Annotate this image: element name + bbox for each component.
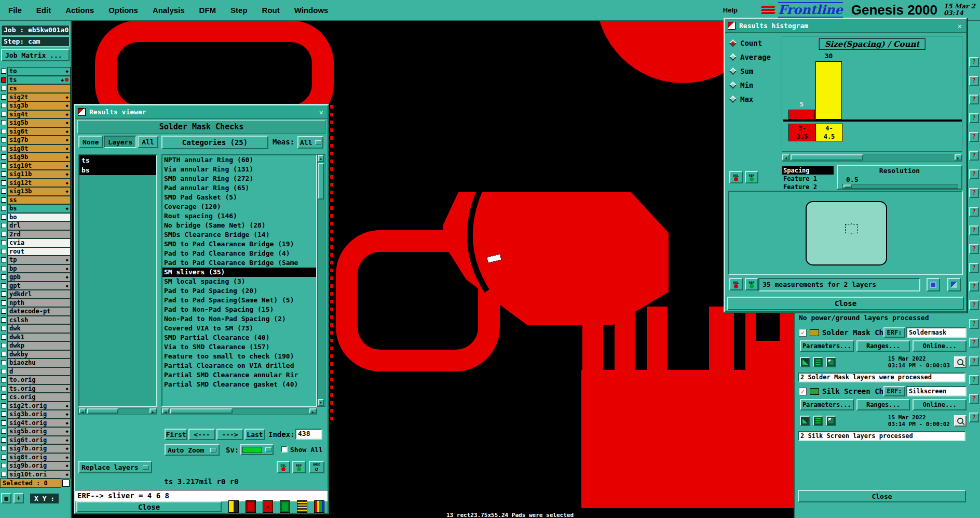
auto-zoom-dropdown[interactable]: Auto Zoom [165,444,220,456]
category-item[interactable]: SMD Partial Clearance (40) [162,333,316,342]
prev-button[interactable]: <--- [188,429,215,440]
layer-select-box[interactable] [1,472,6,477]
layer-row-bp[interactable]: bp◆ [0,264,71,273]
layer-row-sig13b[interactable]: sig13b◆ [0,187,71,196]
layer-row-ss[interactable]: ss [0,196,71,205]
layer-select-box[interactable] [1,95,6,100]
layer-select-box[interactable] [1,291,6,297]
stat-option-count[interactable]: Count [728,36,779,50]
green-layer-icon[interactable] [280,500,290,513]
layer-select-box[interactable] [1,103,6,108]
layer-select-box[interactable] [1,420,6,426]
layer-select-box[interactable] [1,129,6,134]
delete-result-button[interactable]: DEL [729,171,743,183]
layer-row-cvia[interactable]: cvia [0,238,71,247]
help-button[interactable]: ? [969,76,979,86]
layer-select-box[interactable] [1,283,6,288]
magnifier-icon[interactable] [954,415,967,427]
layer-row-bs[interactable]: bs◆ [0,204,71,213]
layer-row-sig11b[interactable]: sig11b◆ [0,170,71,179]
help-button[interactable]: ? [969,132,979,142]
layer-select-box[interactable] [1,180,6,185]
filter-layers-button[interactable]: Layers [104,136,137,148]
checklist-close-button[interactable]: Close [798,490,966,502]
actions-report-icon[interactable] [826,357,836,367]
menu-item-edit[interactable]: Edit [36,6,51,15]
help-button[interactable]: ? [969,113,979,123]
scrollbar-thumb[interactable] [170,408,233,414]
help-button[interactable]: ? [969,282,979,291]
menu-item-actions[interactable]: Actions [65,6,94,15]
scroll-left-icon[interactable]: ◄ [162,408,169,414]
section-ranges-button[interactable]: Ranges... [856,340,910,352]
check-icon[interactable]: ✓ [799,329,807,337]
erf-button[interactable]: ERF: [883,386,905,396]
layer-select-box[interactable] [1,403,6,408]
menu-item-step[interactable]: Step [230,6,248,15]
layer-select-box[interactable] [1,189,6,194]
category-scrollbar[interactable]: ▲ ▼ [317,154,325,407]
help-button[interactable]: ? [969,151,979,161]
category-item[interactable]: SMD to Pad Clearance Bridge (19) [162,240,316,249]
category-list[interactable]: NPTH annular Ring (60)Via annular Ring (… [161,154,317,407]
layer-select-box[interactable] [1,352,6,357]
help-button[interactable]: ? [969,319,979,329]
help-button[interactable]: ? [969,244,979,254]
layer-select-box[interactable] [1,249,6,254]
layer-select-box[interactable] [1,232,6,237]
category-item[interactable]: Partial SMD Clearance annular Rir [162,370,316,380]
layer-select-box[interactable] [1,206,6,211]
layer-select-box[interactable] [1,69,6,74]
layer-select-box[interactable] [1,77,6,83]
layer-select-box[interactable] [1,429,6,434]
resolution-slider[interactable] [842,184,958,189]
layer-row-to[interactable]: to◆ [0,67,71,76]
close-icon[interactable]: ✕ [956,22,963,30]
layer-select-box[interactable] [1,274,6,280]
sv-color-picker[interactable] [240,444,274,455]
layer-select-box[interactable] [1,257,6,262]
grid-toggle-button[interactable]: ▦ [1,493,11,503]
help-button[interactable]: ? [969,394,979,404]
layer-select-box[interactable] [1,317,6,323]
category-item[interactable]: Rout spacing (146) [162,211,316,221]
layer-row-sig8t[interactable]: sig8t◆ [0,144,71,153]
reference-result-button[interactable]: REF [292,461,306,473]
layer-select-box[interactable] [1,112,6,117]
layer-row-sig7b[interactable]: sig7b◆ [0,136,71,144]
menu-item-options[interactable]: Options [108,6,138,15]
first-button[interactable]: First [165,429,187,440]
layer-row-cs.orig[interactable]: cs.orig [0,393,71,402]
menu-item-analysis[interactable]: Analysis [153,6,185,15]
layer-select-box[interactable] [1,146,6,151]
category-item[interactable]: Feature too small to check (190) [162,352,316,361]
layer-row-d[interactable]: d [0,367,71,376]
stat-option-min[interactable]: Min [728,78,779,92]
layer-row-sig5b[interactable]: sig5b◆ [0,118,71,127]
layer-row-biaozhu[interactable]: biaozhu [0,358,71,367]
help-button[interactable]: ? [969,57,979,67]
layer-row-sig9b.orig[interactable]: sig9b.orig◆ [0,461,71,470]
layer-row-cs[interactable]: cs [0,84,71,93]
layer-row-sig4t.orig[interactable]: sig4t.orig◆ [0,419,71,428]
layer-row-bo[interactable]: bo [0,213,71,222]
layer-select-box[interactable] [1,163,6,168]
layer-row-sig7b.orig[interactable]: sig7b.orig◆ [0,444,71,453]
layer-row-sig3b[interactable]: sig3b◆ [0,101,71,110]
layer-row-sig6t[interactable]: sig6t◆ [0,127,71,136]
section-parameters-button[interactable]: Parameters... [800,399,854,410]
layer-row-sig2t[interactable]: sig2t◆ [0,93,71,102]
layer-row-sig5b.orig[interactable]: sig5b.orig◆ [0,427,71,436]
slider-thumb[interactable] [843,184,852,188]
job-matrix-button[interactable]: Job Matrix ... [1,49,70,61]
crosshair-toggle-button[interactable]: + [13,493,24,503]
scroll-left-icon[interactable]: ◄ [782,154,790,161]
layer-row-sig10t[interactable]: sig10t◆ [0,162,71,170]
category-item[interactable]: Coverage (120) [162,202,316,211]
results-layer-list[interactable]: tsbs [78,154,157,407]
category-hscrollbar[interactable]: ◄ ► [161,408,317,415]
results-layer-item[interactable]: ts [79,155,156,165]
layers-view-icon[interactable] [927,278,940,291]
help-button[interactable]: ? [969,169,979,179]
category-item[interactable]: Non-Pad to Non-Pad Spacing (2) [162,314,316,324]
